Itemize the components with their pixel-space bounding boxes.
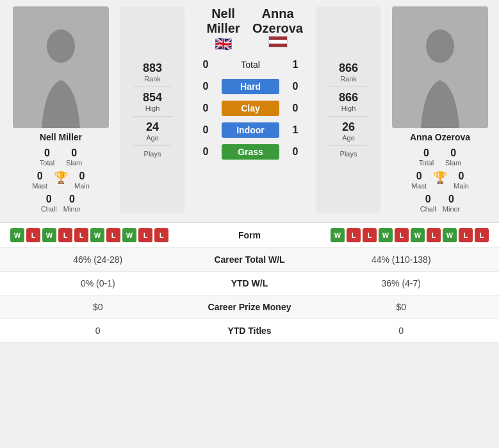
player2-form-badge-6: L <box>427 228 441 242</box>
stat-label-1: YTD W/L <box>186 278 314 288</box>
stat-row-1: 0% (0-1) YTD W/L 36% (4-7) <box>0 272 499 295</box>
player1-form-badge-0: W <box>10 228 24 242</box>
player1-divider2 <box>133 116 172 117</box>
main-container: Nell Miller 0 Total 0 Slam 0 Mast 🏆 <box>0 0 499 343</box>
player1-high-block: 854 High <box>143 91 162 112</box>
player1-high-label: High <box>145 104 160 112</box>
player1-slam-value: 0 <box>71 147 77 159</box>
player2-form-badge-4: L <box>395 228 409 242</box>
player2-slam-stat: 0 Slam <box>445 147 461 167</box>
surface-hard: Hard <box>222 79 279 94</box>
form-row: WLWLLWLWLL Form WLLWLWLWLL <box>0 223 499 248</box>
player1-minor-value: 0 <box>69 194 75 205</box>
player1-slam-stat: 0 Slam <box>66 147 82 167</box>
player2-total-stat: 0 Total <box>419 147 434 167</box>
player2-mast-stat: 0 Mast <box>411 170 427 190</box>
player1-rank-label: Rank <box>144 75 161 83</box>
player2-stats-row1: 0 Total 0 Slam <box>419 147 461 167</box>
player1-main-value: 0 <box>79 170 85 182</box>
player1-minor-stat: 0 Minor <box>63 194 81 213</box>
matchup-area: Nell Miller 🇬🇧 AnnaOzerova 0 Total 1 0 H… <box>190 6 311 213</box>
player2-main-stat: 0 Main <box>454 170 469 190</box>
player2-slam-label: Slam <box>445 159 461 167</box>
stat-label-0: Career Total W/L <box>186 254 314 265</box>
player1-divider3 <box>133 145 172 146</box>
score-left-total: 0 <box>190 59 222 71</box>
stat-right-3: 0 <box>314 326 489 336</box>
player1-mid-stats: 883 Rank 854 High 24 Age Plays <box>120 6 184 213</box>
player1-mast-label: Mast <box>32 182 47 190</box>
score-right-grass: 0 <box>279 146 311 158</box>
player2-minor-label: Minor <box>443 205 461 213</box>
player1-age-block: 24 Age <box>146 120 159 142</box>
score-right-clay: 0 <box>279 103 311 114</box>
player2-mast-label: Mast <box>411 182 427 190</box>
player2-form-badge-2: L <box>363 228 377 242</box>
player1-form-badge-1: L <box>26 228 40 242</box>
stat-left-3: 0 <box>10 326 186 336</box>
player2-high-block: 866 High <box>339 91 358 112</box>
surface-clay: Clay <box>222 101 279 116</box>
player2-slam-value: 0 <box>450 147 456 159</box>
player2-divider2 <box>329 116 368 117</box>
player2-flag <box>268 36 288 47</box>
surface-total: Total <box>222 57 279 72</box>
player1-name-top: Nell Miller <box>196 6 250 36</box>
player1-plays-block: Plays <box>144 150 161 158</box>
form-label: Form <box>205 230 295 240</box>
player1-mast-stat: 0 Mast <box>32 170 47 190</box>
player2-total-value: 0 <box>423 147 429 159</box>
score-row-total: 0 Total 1 <box>190 57 311 72</box>
score-left-hard: 0 <box>190 81 222 92</box>
player2-minor-value: 0 <box>448 194 454 205</box>
player1-form-badge-9: L <box>154 228 168 242</box>
player1-form-badge-5: W <box>90 228 104 242</box>
player1-main-stat: 0 Main <box>74 170 90 190</box>
score-left-clay: 0 <box>190 103 222 114</box>
score-row-grass: 0 Grass 0 <box>190 144 311 160</box>
player2-photo <box>392 6 488 128</box>
score-row-clay: 0 Clay 0 <box>190 101 311 116</box>
surface-grass: Grass <box>222 144 279 160</box>
player1-divider1 <box>133 87 172 87</box>
score-right-total: 1 <box>279 59 311 71</box>
player1-stats-row3: 0 Chall 0 Minor <box>41 194 81 213</box>
player1-chall-stat: 0 Chall <box>41 194 57 213</box>
player1-main-label: Main <box>74 182 90 190</box>
player1-total-value: 0 <box>44 147 50 159</box>
player2-age-value: 26 <box>342 120 355 134</box>
player1-form-badge-3: L <box>58 228 72 242</box>
player1-total-label: Total <box>40 159 54 167</box>
player1-form: WLWLLWLWLL <box>10 228 205 242</box>
player2-age-block: 26 Age <box>342 120 355 142</box>
player2-mid-stats: 866 Rank 866 High 26 Age Plays <box>316 6 380 213</box>
player1-plays-label: Plays <box>144 150 161 158</box>
player1-total-stat: 0 Total <box>40 147 54 167</box>
player1-slam-label: Slam <box>66 159 82 167</box>
score-row-indoor: 0 Indoor 1 <box>190 122 311 138</box>
player2-divider3 <box>329 145 368 146</box>
stat-row-3: 0 YTD Titles 0 <box>0 319 499 343</box>
player2-form-badge-5: W <box>411 228 425 242</box>
player1-trophy-icon: 🏆 <box>54 170 68 185</box>
player2-rank-label: Rank <box>340 75 357 83</box>
stat-left-1: 0% (0-1) <box>10 278 186 288</box>
player2-divider1 <box>329 87 368 87</box>
stat-right-1: 36% (4-7) <box>314 278 489 288</box>
player1-minor-label: Minor <box>63 205 81 213</box>
svg-point-1 <box>426 29 454 63</box>
score-right-indoor: 1 <box>279 124 311 136</box>
player2-form-badge-8: L <box>459 228 473 242</box>
player2-chall-label: Chall <box>420 205 436 213</box>
stat-row-2: $0 Career Prize Money $0 <box>0 295 499 319</box>
player1-silhouette <box>32 26 90 128</box>
stat-left-2: $0 <box>10 302 186 312</box>
player1-name-flag: Nell Miller 🇬🇧 <box>196 6 250 53</box>
player1-chall-value: 0 <box>46 194 52 205</box>
top-section: Nell Miller 0 Total 0 Slam 0 Mast 🏆 <box>0 0 499 219</box>
score-left-indoor: 0 <box>190 124 222 136</box>
stat-right-0: 44% (110-138) <box>314 254 489 265</box>
player2-plays-block: Plays <box>340 150 357 158</box>
stat-label-3: YTD Titles <box>186 326 314 336</box>
names-flag-area: Nell Miller 🇬🇧 AnnaOzerova <box>190 6 311 53</box>
